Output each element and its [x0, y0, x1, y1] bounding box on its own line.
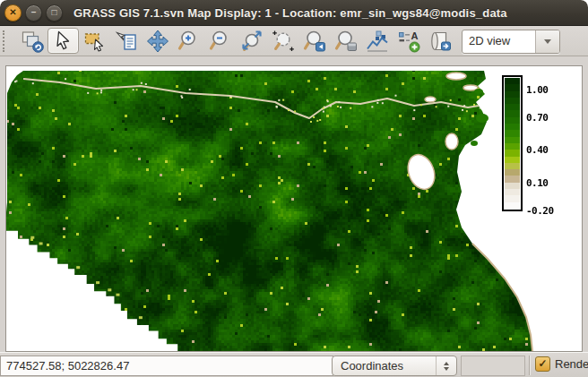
zoom-in-icon — [177, 30, 201, 53]
render-map-icon — [21, 30, 44, 53]
statusbar: 774527.58; 5022826.47 Coordinates ✓ Rend… — [0, 352, 588, 377]
save-display-button[interactable] — [424, 28, 455, 54]
render-checkbox[interactable]: ✓ Rende — [535, 356, 588, 372]
legend-label: 0.70 — [526, 111, 549, 123]
spinner-arrows-icon[interactable] — [436, 356, 456, 375]
toolbar-grip[interactable] — [3, 30, 8, 52]
zoom-out-icon — [209, 30, 232, 53]
legend-label: 0.40 — [526, 144, 549, 156]
map-legend: 1.000.700.400.10-0.20 — [502, 75, 578, 218]
close-icon: ✕ — [9, 8, 16, 17]
statusbar-mode-value: Coordinates — [333, 359, 436, 373]
pointer-icon — [52, 30, 75, 53]
map-canvas[interactable]: 1.000.700.400.10-0.20 — [5, 65, 583, 352]
statusbar-separator — [529, 356, 531, 375]
maximize-icon: □ — [51, 8, 56, 17]
progress-area — [461, 356, 525, 376]
analyze-map-button[interactable] — [361, 28, 393, 54]
zoom-back-icon — [303, 30, 326, 53]
titlebar[interactable]: ✕ – □ GRASS GIS 7.1.svn Map Display: 1 -… — [0, 0, 588, 26]
query-icon — [115, 30, 138, 53]
checkbox-checked-icon[interactable]: ✓ — [535, 356, 550, 372]
minimize-button[interactable]: – — [25, 4, 42, 21]
legend-colorbar — [502, 75, 523, 211]
pointer-tool-button[interactable] — [48, 28, 79, 54]
pan-tool-button[interactable] — [142, 28, 173, 54]
map-display-area: 1.000.700.400.10-0.20 — [0, 56, 588, 352]
legend-label: 1.00 — [526, 84, 549, 96]
legend-label: 0.10 — [526, 176, 549, 188]
statusbar-mode-dropdown[interactable]: Coordinates — [332, 356, 457, 376]
maximize-button[interactable]: □ — [46, 4, 63, 21]
select-features-button[interactable] — [79, 28, 110, 54]
zoom-extent-icon — [240, 30, 264, 53]
analyze-map-icon — [366, 30, 389, 53]
coordinate-display[interactable]: 774527.58; 5022826.47 — [0, 356, 333, 376]
query-tool-button[interactable] — [110, 28, 142, 54]
render-checkbox-label: Rende — [555, 357, 588, 371]
pan-icon — [146, 30, 169, 53]
add-map-elements-button[interactable]: A — [393, 28, 424, 54]
view-mode-dropdown[interactable]: 2D view — [462, 30, 560, 54]
view-mode-value: 2D view — [463, 30, 535, 53]
minimize-icon: – — [31, 8, 37, 17]
save-display-icon — [428, 30, 452, 53]
zoom-in-button[interactable] — [173, 28, 204, 54]
select-features-icon — [83, 30, 107, 53]
zoom-region-button[interactable] — [267, 28, 298, 54]
chevron-down-icon — [544, 39, 551, 44]
window-controls: ✕ – □ — [0, 4, 63, 21]
close-button[interactable]: ✕ — [4, 4, 22, 21]
map-toolbar: A 2D view — [0, 26, 588, 56]
render-map-button[interactable] — [16, 28, 48, 54]
window-title: GRASS GIS 7.1.svn Map Display: 1 - Locat… — [74, 6, 507, 20]
add-map-elements-icon: A — [397, 30, 420, 53]
zoom-options-icon — [334, 30, 358, 53]
zoom-region-icon — [272, 30, 295, 53]
svg-text:A: A — [411, 30, 418, 41]
zoom-out-button[interactable] — [204, 28, 236, 54]
ndvi-raster-layer — [6, 66, 582, 351]
zoom-extent-button[interactable] — [236, 28, 267, 54]
zoom-back-button[interactable] — [298, 28, 330, 54]
grass-map-display-window: ✕ – □ GRASS GIS 7.1.svn Map Display: 1 -… — [0, 0, 588, 377]
zoom-options-button[interactable] — [330, 28, 361, 54]
dropdown-button[interactable] — [535, 30, 559, 53]
legend-label: -0.20 — [526, 205, 554, 217]
